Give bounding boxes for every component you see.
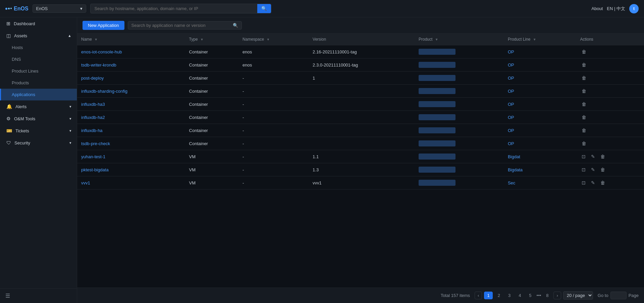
app-version [309,137,415,150]
app-name-link[interactable]: tsdb-pre-check [81,141,110,146]
chevron-up-icon: ▲ [68,34,71,38]
product-line-link[interactable]: Bigdat [508,154,520,159]
app-type: Container [185,98,239,111]
app-name-link[interactable]: influxdb-sharding-config [81,89,127,94]
sidebar-item-dashboard[interactable]: ⊞ Dashboard [0,17,77,30]
app-name-link[interactable]: post-deploy [81,76,104,81]
page-8-button[interactable]: 8 [543,292,551,299]
app-name-link[interactable]: influxdb-ha2 [81,115,105,120]
app-product [415,58,504,72]
prev-page-button[interactable]: ‹ [475,292,482,299]
product-blurred [419,167,455,173]
chevron-down-alerts-icon: ▾ [69,104,71,109]
page-2-button[interactable]: 2 [495,292,503,299]
global-search-button[interactable]: 🔍 [257,4,271,13]
view-button[interactable]: ⊡ [580,153,587,160]
filter-name-icon[interactable]: ▼ [94,38,98,41]
delete-button[interactable]: 🗑 [580,48,588,55]
applications-table: Name ▼ Type ▼ Namespace ▼ Version Produc… [77,34,644,189]
sidebar-item-tickets[interactable]: 🎫 Tickets ▾ [0,125,77,137]
product-line-link[interactable]: OP [508,115,514,120]
sidebar-item-assets[interactable]: ◫ Assets ▲ [0,30,77,42]
app-name-link[interactable]: vvv1 [81,180,90,185]
app-type: Container [185,72,239,85]
sidebar-item-products[interactable]: Products [0,77,77,89]
delete-button[interactable]: 🗑 [599,166,606,173]
alerts-icon: 🔔 [6,104,12,109]
new-application-button[interactable]: New Application [83,21,124,30]
product-line-link[interactable]: OP [508,141,514,146]
env-selector[interactable]: EnOS ▾ [33,4,86,13]
table-header-row: Name ▼ Type ▼ Namespace ▼ Version Produc… [77,34,644,45]
chevron-down-tickets-icon: ▾ [69,129,71,133]
page-5-button[interactable]: 5 [526,292,534,299]
filter-product-icon[interactable]: ▼ [435,38,438,41]
app-name-link[interactable]: influxdb-ha [81,128,103,133]
product-line-link[interactable]: OP [508,49,514,54]
delete-button[interactable]: 🗑 [580,140,588,147]
app-type: Container [185,58,239,72]
delete-button[interactable]: 🗑 [580,61,588,68]
sidebar-item-dns[interactable]: DNS [0,53,77,65]
sidebar-item-security[interactable]: 🛡 Security ▾ [0,137,77,149]
view-button[interactable]: ⊡ [580,179,587,186]
goto-page-input[interactable] [610,292,627,299]
delete-button[interactable]: 🗑 [580,75,588,81]
sidebar-item-alerts[interactable]: 🔔 Alerts ▾ [0,100,77,113]
app-actions: ⊡✎🗑 [576,163,644,176]
menu-icon[interactable]: ☰ [5,293,10,299]
app-name-link[interactable]: influxdb-ha3 [81,102,105,107]
sidebar-item-applications[interactable]: Applications [0,89,77,100]
filter-type-icon[interactable]: ▼ [200,38,204,41]
app-name-link[interactable]: yuhan-test-1 [81,154,105,159]
app-name-link[interactable]: enos-iot-console-hub [81,49,122,54]
tickets-icon: 🎫 [6,128,12,133]
page-4-button[interactable]: 4 [516,292,524,299]
about-link[interactable]: About [591,6,603,11]
next-page-button[interactable]: › [553,292,561,299]
product-line-link[interactable]: Bigdata [508,167,523,172]
delete-button[interactable]: 🗑 [580,127,588,134]
edit-button[interactable]: ✎ [590,179,596,186]
product-line-link[interactable]: OP [508,89,514,94]
global-search-input[interactable] [91,4,257,13]
delete-button[interactable]: 🗑 [580,88,588,94]
delete-button[interactable]: 🗑 [599,179,606,186]
sidebar-item-hosts[interactable]: Hosts [0,42,77,53]
product-line-link[interactable]: OP [508,76,514,81]
app-search-input[interactable] [131,23,231,28]
lang-zh[interactable]: 中文 [616,6,625,11]
product-line-link[interactable]: OP [508,128,514,133]
view-button[interactable]: ⊡ [580,166,587,173]
edit-button[interactable]: ✎ [590,166,596,173]
product-line-link[interactable]: Sec [508,180,515,185]
lang-en[interactable]: EN [607,6,613,11]
page-3-button[interactable]: 3 [505,292,514,299]
product-line-link[interactable]: OP [508,62,514,68]
per-page-select[interactable]: 10 / page 20 / page 50 / page [563,291,593,300]
applications-table-wrapper: Name ▼ Type ▼ Namespace ▼ Version Produc… [77,34,644,288]
pagination-total: Total 157 items [441,293,470,298]
product-blurred [419,114,455,120]
app-name-link[interactable]: pktest-bigdata [81,167,109,172]
delete-button[interactable]: 🗑 [580,114,588,121]
app-version [309,124,415,137]
sidebar-item-product-lines[interactable]: Product Lines [0,65,77,77]
delete-button[interactable]: 🗑 [580,101,588,107]
app-namespace: - [238,98,309,111]
delete-button[interactable]: 🗑 [599,153,606,160]
page-1-button[interactable]: 1 [484,292,492,299]
table-row: vvv1VM-vvv1Sec⊡✎🗑 [77,176,644,189]
edit-button[interactable]: ✎ [590,153,596,160]
assets-icon: ◫ [6,33,11,38]
filter-product-line-icon[interactable]: ▼ [533,38,536,41]
sidebar-item-om-tools[interactable]: ⚙ O&M Tools ▾ [0,113,77,125]
app-actions: 🗑 [576,137,644,150]
product-line-link[interactable]: OP [508,102,514,107]
avatar[interactable]: t [629,4,639,13]
app-namespace: enos [238,45,309,58]
lang-switcher[interactable]: EN | 中文 [607,6,625,12]
security-icon: 🛡 [6,140,11,145]
filter-namespace-icon[interactable]: ▼ [266,38,270,41]
app-name-link[interactable]: tsdb-writer-krondb [81,62,116,68]
